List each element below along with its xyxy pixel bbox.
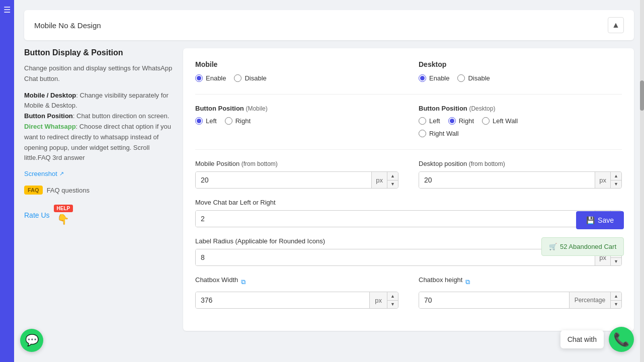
mobile-enable-radio[interactable]: Enable — [195, 74, 226, 82]
desktop-pos-down[interactable]: ▼ — [611, 180, 621, 189]
desktop-pos-input-wrap: px ▲ ▼ — [419, 171, 622, 189]
desktop-pos-col: Desktop position (from bottom) px ▲ ▼ — [419, 160, 622, 189]
mobile-desktop-row: Mobile Enable Disable Desktop — [195, 60, 622, 82]
chat-with-label: Chat with — [568, 335, 597, 343]
chatbox-width-input[interactable] — [196, 292, 369, 308]
chatbox-height-label: Chatbox height — [419, 276, 462, 284]
chat-label-bubble[interactable]: Chat with — [560, 330, 604, 348]
chatbox-width-col: Chatbox Width ⧉ px ▲ ▼ — [195, 276, 398, 309]
chatbox-width-up[interactable]: ▲ — [387, 292, 398, 301]
divider1 — [195, 94, 622, 95]
desktop-pos-up[interactable]: ▲ — [611, 172, 621, 180]
desktop-col: Desktop Enable Disable — [419, 60, 622, 82]
help-badge-wrap: HELP 👇 — [54, 205, 73, 225]
help-badge: HELP — [54, 205, 73, 212]
chatbox-row: Chatbox Width ⧉ px ▲ ▼ Chatbox heig — [195, 276, 622, 309]
mobile-disable-radio[interactable]: Disable — [234, 74, 266, 82]
panel-title: Button Display & Position — [24, 48, 175, 57]
chatbox-height-label-row: Chatbox height ⧉ — [419, 276, 622, 288]
chatbox-width-label-row: Chatbox Width ⧉ — [195, 276, 398, 288]
desktop-label: Desktop — [419, 60, 622, 68]
mobile-pos-input-wrap: px ▲ ▼ — [195, 171, 398, 189]
desktop-enable-radio[interactable]: Enable — [419, 74, 449, 82]
save-icon: 💾 — [586, 216, 595, 224]
hand-icon: 👇 — [57, 213, 69, 225]
desktop-pos-spinner: ▲ ▼ — [610, 172, 621, 188]
mobile-pos-col: Mobile Position (from bottom) px ▲ ▼ — [195, 160, 398, 189]
chatbox-height-unit: Percentage — [569, 292, 610, 308]
chatbox-width-label: Chatbox Width — [195, 276, 238, 284]
chatbox-height-input[interactable] — [419, 292, 569, 308]
mobile-right-radio[interactable]: Right — [225, 117, 251, 125]
cart-icon: 🛒 — [549, 243, 557, 250]
chatbox-height-spinner: ▲ ▼ — [610, 292, 621, 308]
chatbox-height-col: Chatbox height ⧉ Percentage ▲ ▼ — [419, 276, 622, 309]
mobile-pos-input[interactable] — [196, 172, 371, 188]
screenshot-link[interactable]: Screenshot ↗ — [24, 170, 64, 177]
panel-desc1: Change position and display settings for… — [24, 63, 175, 84]
rate-us-row: Rate Us HELP 👇 — [24, 205, 175, 225]
menu-icon[interactable]: ☰ — [4, 6, 11, 14]
mobile-pos-unit: px — [371, 172, 387, 188]
panel-desc2: Mobile / Desktop: Change visibility sepa… — [24, 90, 175, 164]
scrollbar-track[interactable] — [640, 0, 644, 362]
chatbox-width-unit: px — [369, 292, 387, 308]
chat-widget: Chat with 📞 — [560, 327, 634, 352]
move-chat-input[interactable] — [196, 211, 595, 227]
desktop-position-col: Button Position (Desktop) Left Right — [419, 105, 622, 137]
mobile-bp-label: Button Position (Mobile) — [195, 105, 398, 112]
left-panel: Button Display & Position Change positio… — [24, 48, 175, 331]
desktop-pos-label: Desktop position (from bottom) — [419, 160, 622, 167]
desktop-bp-label: Button Position (Desktop) — [419, 105, 622, 112]
chatbox-height-input-wrap: Percentage ▲ ▼ — [419, 292, 622, 309]
chatbox-height-up[interactable]: ▲ — [611, 292, 621, 301]
sidebar: ☰ — [0, 0, 14, 362]
chatbox-width-input-wrap: px ▲ ▼ — [195, 292, 398, 309]
mobile-pos-label: Mobile Position (from bottom) — [195, 160, 398, 167]
chatbox-height-expand-icon[interactable]: ⧉ — [465, 278, 470, 286]
move-chat-input-wrap: px ▲ ▼ — [195, 210, 622, 227]
desktop-right-wall-radio[interactable]: Right Wall — [419, 130, 459, 137]
faq-badge: FAQ — [24, 186, 43, 195]
abandoned-cart-button[interactable]: 🛒 52 Abandoned Cart — [541, 237, 624, 256]
collapse-button[interactable]: ▲ — [608, 17, 624, 33]
mobile-pos-down[interactable]: ▼ — [387, 180, 398, 189]
desktop-radio-group: Enable Disable — [419, 74, 622, 82]
chatbox-width-spinner: ▲ ▼ — [387, 292, 398, 308]
bottom-chat-button[interactable]: 💬 — [20, 329, 43, 352]
desktop-right-wall-row: Right Wall — [419, 130, 622, 137]
desktop-pos-unit: px — [595, 172, 610, 188]
chat-whatsapp-button[interactable]: 📞 — [609, 327, 634, 352]
desktop-left-radio[interactable]: Left — [419, 117, 440, 125]
position-from-bottom-row: Mobile Position (from bottom) px ▲ ▼ — [195, 160, 622, 189]
mobile-col: Mobile Enable Disable — [195, 60, 398, 82]
desktop-pos-input[interactable] — [419, 172, 595, 188]
bottom-chat-icon: 💬 — [25, 334, 39, 347]
desktop-bp-radio-group: Left Right Left Wall — [419, 117, 622, 125]
move-chat-section: Move Chat bar Left or Right px ▲ ▼ — [195, 199, 622, 227]
desktop-disable-radio[interactable]: Disable — [457, 74, 490, 82]
page-header: Mobile No & Design ▲ — [24, 10, 634, 40]
mobile-left-radio[interactable]: Left — [195, 117, 217, 125]
faq-questions-label: FAQ questions — [47, 187, 90, 194]
whatsapp-icon: 📞 — [613, 332, 629, 347]
chatbox-width-down[interactable]: ▼ — [387, 301, 398, 309]
scrollbar-thumb[interactable] — [640, 80, 644, 111]
mobile-label: Mobile — [195, 60, 398, 68]
chatbox-height-down[interactable]: ▼ — [611, 301, 621, 309]
content-grid: Button Display & Position Change positio… — [24, 48, 634, 331]
desktop-left-wall-radio[interactable]: Left Wall — [482, 117, 518, 125]
rate-us-link[interactable]: Rate Us — [24, 211, 50, 219]
label-radius-down[interactable]: ▼ — [611, 258, 621, 266]
mobile-pos-up[interactable]: ▲ — [387, 172, 398, 180]
divider2 — [195, 149, 622, 150]
cart-label: 52 Abandoned Cart — [560, 243, 616, 250]
label-radius-input[interactable] — [196, 249, 595, 265]
button-position-row: Button Position (Mobile) Left Right — [195, 105, 622, 137]
mobile-pos-spinner: ▲ ▼ — [387, 172, 398, 188]
desktop-right-radio[interactable]: Right — [448, 117, 474, 125]
chatbox-width-expand-icon[interactable]: ⧉ — [241, 278, 246, 286]
mobile-position-col: Button Position (Mobile) Left Right — [195, 105, 398, 137]
save-button[interactable]: 💾 Save — [576, 211, 624, 229]
move-chat-label: Move Chat bar Left or Right — [195, 199, 622, 206]
